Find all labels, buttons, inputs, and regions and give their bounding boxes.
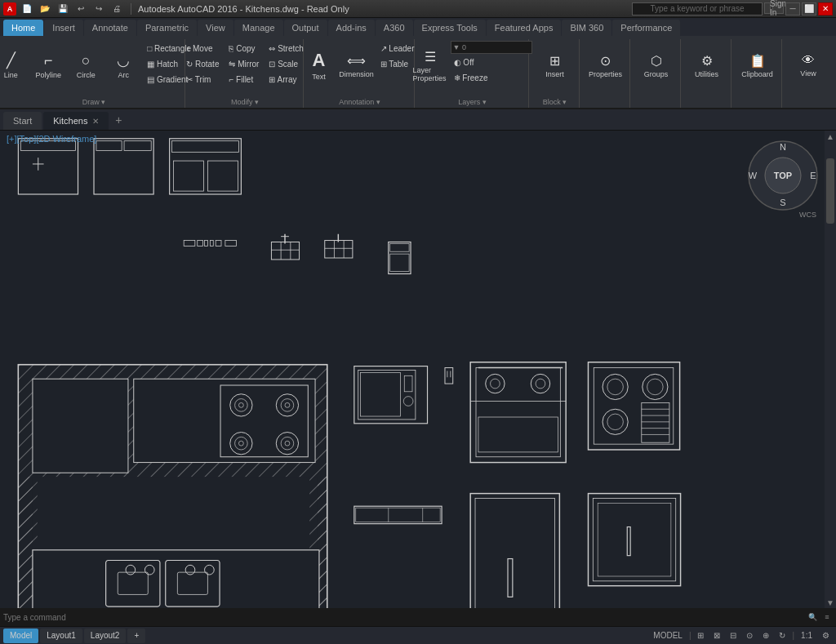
btn-table[interactable]: ⊞ Table [377,56,418,71]
otrack-btn[interactable]: ⊕ [759,629,772,642]
svg-rect-15 [170,139,242,194]
scroll-down[interactable]: ▼ [825,597,836,608]
qa-redo[interactable]: ↪ [91,2,106,16]
tab-parametric[interactable]: Parametric [137,20,197,36]
tab-manage[interactable]: Manage [234,20,283,36]
svg-rect-22 [210,241,213,246]
layer-dropdown[interactable]: ▼ 0 [451,41,532,54]
tab-express[interactable]: Express Tools [414,20,486,36]
btn-trim[interactable]: ✂ Trim [183,72,222,87]
win-restore[interactable]: ⬜ [802,2,816,16]
sign-in[interactable]: Sign In [772,2,784,14]
tab-bim360[interactable]: BIM 360 [562,20,611,36]
svg-rect-37 [390,243,409,251]
btn-stretch[interactable]: ⇔ Stretch [265,41,306,56]
tab-insert[interactable]: Insert [44,20,83,36]
layout1-tab[interactable]: Layout1 [40,628,82,643]
tab-kitchens[interactable]: Kitchens ✕ [43,112,109,130]
btn-text[interactable]: A Text [302,41,336,90]
btn-groups[interactable]: ⬡ Groups [639,41,674,90]
btn-layer-off[interactable]: ◐ Off [451,55,532,69]
svg-rect-13 [96,141,122,151]
command-input[interactable] [3,613,807,622]
tab-addins[interactable]: Add-ins [328,20,375,36]
rotate-btn[interactable]: ↻ [776,629,789,642]
btn-utilities[interactable]: ⚙ Utilities [690,41,724,90]
btn-layer-freeze[interactable]: ❄ Freeze [451,70,532,85]
model-tab[interactable]: Model [3,628,38,643]
grid-btn[interactable]: ⊞ [694,629,707,642]
btn-dimension[interactable]: ⟺ Dimension [340,41,374,90]
svg-rect-72 [404,375,412,392]
tab-home[interactable]: Home [3,20,43,36]
svg-rect-36 [389,242,411,274]
btn-arc[interactable]: ◡ Arc [106,41,140,90]
svg-point-85 [536,379,545,389]
ribbon-group-draw: ╱ Line ⌐ Polyline ○ Circle ◡ Arc [3,39,185,108]
snap-btn[interactable]: ⊠ [710,629,723,642]
tab-a360[interactable]: A360 [376,20,413,36]
groups-icon: ⬡ [651,53,662,69]
svg-point-82 [486,374,505,393]
scroll-up[interactable]: ▲ [825,131,836,142]
win-close[interactable]: ✕ [818,2,833,16]
btn-polyline[interactable]: ⌐ Polyline [31,41,65,90]
properties-icon: ⊙ [600,53,611,69]
btn-rotate[interactable]: ↻ Rotate [183,56,222,71]
ribbon-tabs: Home Insert Annotate Parametric View Man… [0,18,836,36]
insert-icon: ⊞ [549,53,560,69]
btn-properties[interactable]: ⊙ Properties [589,41,623,90]
svg-rect-17 [174,161,204,191]
qa-undo[interactable]: ↩ [73,2,88,16]
btn-array[interactable]: ⊞ Array [265,72,306,87]
new-layout-tab[interactable]: + [127,628,145,643]
qa-new[interactable]: 📄 [20,2,34,16]
tab-featured[interactable]: Featured Apps [487,20,562,36]
cmd-history[interactable]: ≡ [821,611,833,623]
qa-open[interactable]: 📂 [38,2,52,16]
cmd-search[interactable]: 🔍 [807,611,818,623]
btn-clipboard[interactable]: 📋 Clipboard [740,41,775,90]
scrollbar-thumb[interactable] [826,158,834,224]
btn-move[interactable]: ↕ Move [183,41,222,56]
svg-rect-24 [225,241,237,246]
search-box[interactable]: Type a keyword or phrase [632,2,763,16]
tab-annotate[interactable]: Annotate [84,20,136,36]
btn-fillet[interactable]: ⌐ Fillet [225,72,262,87]
svg-text:S: S [780,198,785,207]
svg-rect-87 [594,368,674,445]
settings-btn[interactable]: ⚙ [819,629,833,642]
btn-mirror[interactable]: ⇋ Mirror [225,56,262,71]
svg-rect-43 [220,385,308,457]
command-bar: 🔍 ≡ [0,608,836,626]
btn-insert[interactable]: ⊞ Insert [538,41,572,90]
btn-circle[interactable]: ○ Circle [69,41,103,90]
btn-copy[interactable]: ⎘ Copy [225,41,262,56]
tab-output[interactable]: Output [284,20,327,36]
win-minimize[interactable]: ─ [785,2,800,16]
new-tab-button[interactable]: + [110,112,127,128]
btn-leader[interactable]: ↗ Leader [377,41,418,56]
model-indicator[interactable]: MODEL [650,629,686,642]
btn-scale[interactable]: ⊡ Scale [265,56,306,71]
scrollbar-vertical[interactable]: ▲ ▼ [825,131,836,608]
tab-start[interactable]: Start [3,112,42,130]
ortho-btn[interactable]: ⊟ [727,629,740,642]
tab-performance[interactable]: Performance [612,20,680,36]
close-kitchens[interactable]: ✕ [92,117,99,126]
nav-widget[interactable]: N S E W TOP WCS [746,139,820,212]
zoom-btn[interactable]: 1:1 [798,629,816,642]
qa-save[interactable]: 💾 [56,2,70,16]
polar-btn[interactable]: ⊙ [743,629,756,642]
btn-line[interactable]: ╱ Line [0,41,28,90]
qa-plot[interactable]: 🖨 [109,2,124,16]
btn-layer-properties[interactable]: ☰ Layer Properties [413,41,447,90]
tab-view[interactable]: View [198,20,233,36]
btn-view[interactable]: 👁 View [791,41,825,90]
svg-text:W: W [749,171,758,180]
line-icon: ╱ [7,51,16,69]
svg-rect-19 [184,241,195,246]
title-text: Autodesk AutoCAD 2016 - Kitchens.dwg - R… [138,4,349,14]
ribbon-group-layers: ☰ Layer Properties ▼ 0 ◐ Off ❄ Freeze La… [416,39,529,108]
layout2-tab[interactable]: Layout2 [84,628,127,643]
